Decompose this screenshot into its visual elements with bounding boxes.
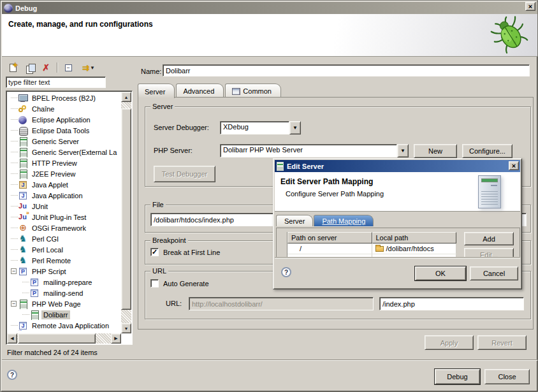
tree-connector [10, 180, 18, 189]
tree-horizontal-scrollbar[interactable]: ◀ ▶ [7, 333, 121, 344]
tree-item-mailing-send[interactable]: Pmailing-send [7, 287, 122, 298]
collapse-all-icon: − [65, 64, 72, 71]
dialog-titlebar[interactable]: Edit Server [275, 160, 520, 172]
tree-item-eclipse-application[interactable]: Eclipse Application [7, 114, 122, 125]
filter-input[interactable] [6, 76, 106, 88]
tree-item-junit-plug-in-test[interactable]: Ju»JUnit Plug-in Test [7, 212, 122, 222]
duplicate-configuration-button[interactable] [22, 61, 36, 74]
apply-button[interactable]: Apply [425, 335, 474, 350]
tree-item-java-applet[interactable]: JJava Applet [7, 179, 122, 190]
tree-item-j2ee-preview[interactable]: J2EE Preview [7, 168, 122, 179]
scroll-right-button[interactable]: ▶ [111, 333, 121, 344]
tree-item-perl-remote[interactable]: ♞Perl Remote [7, 255, 122, 266]
test-debugger-button[interactable]: Test Debugger [154, 166, 215, 182]
tree-connector [10, 245, 18, 254]
dialog-help-button[interactable]: ? [281, 267, 291, 277]
combo-arrow-icon[interactable]: ▼ [397, 144, 409, 157]
filter-icon: ⇉ [82, 63, 89, 73]
junit-plugin-icon: Ju» [18, 212, 28, 222]
chaine-icon [18, 104, 28, 114]
page-title: Create, manage, and run configurations [2, 14, 537, 29]
tree-item-remote-java-application[interactable]: J→Remote Java Application [7, 320, 122, 331]
auto-generate-label: Auto Generate [163, 280, 209, 287]
tree-item-osgi-framework[interactable]: ⊕OSGi Framework [7, 222, 122, 233]
tab-common[interactable]: Common [225, 83, 281, 98]
tree-item-label: BPEL Process (B2J) [30, 94, 98, 103]
server-debugger-value: XDebug [220, 121, 289, 134]
dialog-header: Edit Server Path Mapping Configure Serve… [275, 172, 520, 212]
tree-item-mailing-prepare[interactable]: Pmailing-prepare [7, 277, 122, 287]
add-mapping-button[interactable]: Add [464, 232, 514, 245]
tree-item-label: Perl CGI [30, 235, 61, 243]
new-server-button[interactable]: New [414, 144, 457, 158]
ok-button[interactable]: OK [415, 266, 466, 280]
tree-connector [10, 94, 18, 102]
dialog-tabs: Server Path Mapping [276, 215, 374, 226]
window-close-button[interactable]: × [525, 2, 535, 11]
auto-generate-checkbox[interactable] [150, 279, 159, 287]
php-server-combo[interactable]: Dolibarr PHP Web Server ▼ [220, 144, 409, 157]
tree-item-perl-cgi[interactable]: ♞Perl CGI [7, 233, 122, 244]
window-title: Debug [15, 4, 37, 12]
new-configuration-icon: ✦ [10, 64, 17, 72]
scroll-down-button[interactable]: ▼ [121, 323, 131, 333]
local-path-cell: /dolibarr/htdocs [386, 245, 434, 252]
revert-button[interactable]: Revert [477, 335, 527, 350]
tab-server[interactable]: Server [138, 83, 175, 98]
tree-item-generic-server-external-la[interactable]: Generic Server(External La [7, 147, 122, 157]
tree-item-php-web-page[interactable]: −PHP Web Page [7, 298, 122, 309]
tree-item-label: Eclipse Application [30, 115, 92, 124]
column-header-local-path[interactable]: Local path [372, 232, 457, 243]
tree-item-junit[interactable]: JuJUnit [7, 201, 122, 212]
tree-vertical-scrollbar[interactable]: ▲ ▼ [121, 92, 131, 333]
scroll-left-button[interactable]: ◀ [7, 333, 17, 344]
horizontal-scroll-thumb[interactable] [18, 333, 96, 344]
tree-connector [10, 235, 18, 243]
debug-button[interactable]: Debug [435, 369, 480, 384]
tree-item-php-script[interactable]: −PPHP Script [7, 266, 122, 277]
window-titlebar[interactable]: Debug [2, 2, 537, 14]
column-header-path-on-server[interactable]: Path on server [287, 232, 372, 243]
scroll-up-button[interactable]: ▲ [121, 92, 131, 102]
server-icon [277, 162, 284, 171]
tree-item-perl-local[interactable]: ♞Perl Local [7, 244, 122, 255]
configurations-treebox: BPEL Process (B2J)ChaîneEclipse Applicat… [6, 91, 133, 345]
close-button[interactable]: Close [484, 369, 530, 384]
new-configuration-button[interactable]: ✦ [6, 61, 20, 74]
tree-item-http-preview[interactable]: HTTP Preview [7, 157, 122, 168]
help-button[interactable]: ? [7, 370, 17, 380]
delete-configuration-button[interactable]: ✗ [39, 61, 53, 74]
table-row[interactable]: / /dolibarr/htdocs [287, 243, 456, 254]
tree-expander-icon[interactable]: − [11, 268, 17, 274]
url-base-input [189, 297, 374, 310]
tree-item-cha-ne[interactable]: Chaîne [7, 103, 122, 114]
tree-item-label: Dolibarr [41, 310, 70, 319]
tree-connector [10, 202, 18, 210]
filter-configurations-button[interactable]: ⇉ ▼ [78, 61, 99, 74]
tree-item-bpel-process-b2j[interactable]: BPEL Process (B2J) [7, 92, 122, 103]
configure-server-button[interactable]: Configure... [462, 144, 513, 158]
tab-advanced[interactable]: Advanced [176, 83, 224, 98]
edit-server-dialog: Edit Server × Edit Server Path Mapping C… [273, 158, 522, 289]
tree-item-dolibarr[interactable]: Dolibarr [7, 309, 122, 320]
vertical-scroll-thumb[interactable] [121, 108, 131, 310]
cancel-button[interactable]: Cancel [470, 266, 518, 280]
tree-item-label: mailing-send [41, 289, 85, 298]
tree-connector [10, 137, 18, 145]
collapse-all-button[interactable]: − [61, 61, 75, 74]
name-input[interactable] [163, 64, 530, 76]
url-path-input[interactable] [379, 297, 524, 310]
tree-item-generic-server[interactable]: Generic Server [7, 136, 122, 147]
tree-item-java-application[interactable]: JJava Application [7, 190, 122, 201]
tree-item-label: Java Application [30, 191, 85, 200]
combo-arrow-icon[interactable]: ▼ [289, 121, 301, 134]
dialog-tab-server[interactable]: Server [276, 215, 313, 226]
dialog-close-button[interactable]: × [509, 161, 519, 170]
dialog-tab-path-mapping[interactable]: Path Mapping [314, 215, 374, 226]
tree-connector [21, 289, 29, 297]
break-first-line-checkbox[interactable]: ✓ [150, 248, 159, 256]
server-icon [18, 136, 28, 147]
tree-item-eclipse-data-tools[interactable]: Eclipse Data Tools [7, 125, 122, 136]
server-debugger-combo[interactable]: XDebug ▼ [220, 121, 301, 134]
tree-expander-icon[interactable]: − [11, 301, 17, 307]
